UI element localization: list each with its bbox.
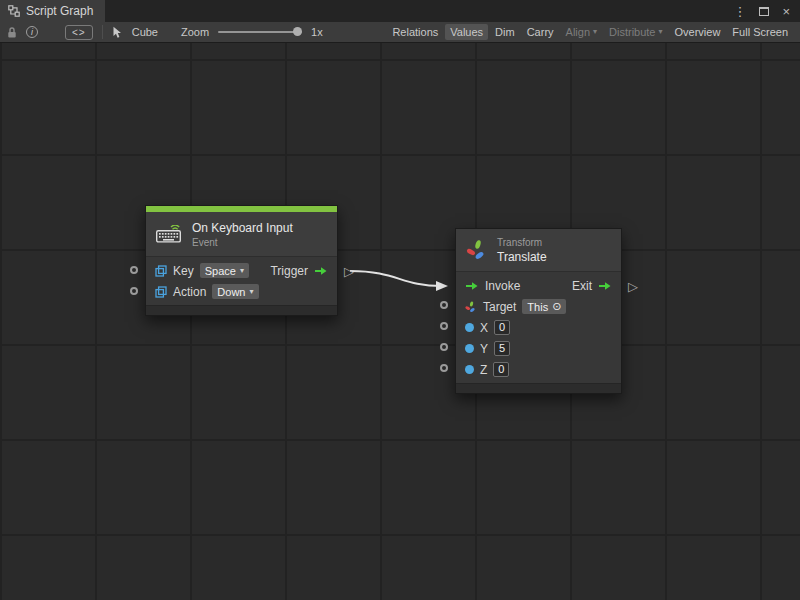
z-input-field[interactable]: 0 — [493, 362, 509, 377]
node-category: Transform — [497, 237, 547, 248]
window-controls: ⋮ × — [733, 0, 800, 22]
chevron-down-icon: ▾ — [240, 267, 244, 275]
tab-script-graph[interactable]: Script Graph — [0, 0, 105, 22]
zoom-slider-handle[interactable] — [293, 27, 302, 36]
align-button-label: Align — [566, 26, 590, 38]
key-label: Key — [173, 264, 194, 278]
dim-button[interactable]: Dim — [490, 24, 520, 40]
node-header[interactable]: Transform Translate — [456, 229, 621, 272]
y-row: Y 5 — [456, 338, 621, 359]
carry-button-label: Carry — [527, 26, 554, 38]
values-button-label: Values — [450, 26, 483, 38]
script-graph-window: Script Graph ⋮ × i <> Cube Zoom 1x Relat… — [0, 0, 800, 600]
action-input-port[interactable] — [130, 287, 138, 295]
exit-label: Exit — [572, 279, 592, 293]
zoom-label: Zoom — [181, 26, 209, 38]
info-icon[interactable]: i — [26, 26, 38, 38]
overview-button[interactable]: Overview — [670, 24, 726, 40]
full-screen-button-label: Full Screen — [732, 26, 788, 38]
chevron-down-icon: ▾ — [593, 28, 597, 36]
values-button[interactable]: Values — [445, 24, 488, 40]
full-screen-button[interactable]: Full Screen — [727, 24, 793, 40]
connection-wire[interactable] — [0, 43, 800, 600]
keyboard-event-icon — [156, 225, 183, 243]
overview-button-label: Overview — [675, 26, 721, 38]
zoom-slider[interactable] — [218, 31, 302, 33]
target-label: Target — [483, 300, 516, 314]
x-label: X — [480, 321, 488, 335]
y-label: Y — [480, 342, 488, 356]
kebab-menu-icon[interactable]: ⋮ — [733, 5, 746, 18]
target-input-port[interactable] — [440, 301, 448, 309]
zoom-value: 1x — [311, 26, 323, 38]
trigger-output-port[interactable]: ▷ — [344, 265, 354, 278]
align-button[interactable]: Align ▾ — [561, 24, 602, 40]
z-row: Z 0 — [456, 359, 621, 380]
action-row: Action Down ▾ — [146, 281, 337, 302]
node-body: Key Space ▾ Trigger — [146, 257, 337, 305]
node-header-text: Transform Translate — [497, 237, 547, 264]
flow-arrow-icon[interactable] — [465, 281, 479, 291]
value-port-dot — [465, 365, 474, 374]
node-body: Invoke Exit Target — [456, 272, 621, 383]
transform-icon — [466, 239, 488, 261]
transform-mini-icon — [465, 301, 477, 313]
node-subtitle: Event — [192, 237, 293, 248]
target-object-value: This — [527, 301, 548, 313]
script-graph-icon — [8, 5, 20, 17]
x-input-port[interactable] — [440, 322, 448, 330]
x-row: X 0 — [456, 317, 621, 338]
member-icon — [155, 286, 167, 298]
flow-arrow-icon[interactable] — [598, 281, 612, 291]
action-label: Action — [173, 285, 206, 299]
tab-title: Script Graph — [26, 4, 93, 18]
z-label: Z — [480, 363, 487, 377]
distribute-button-label: Distribute — [609, 26, 655, 38]
maximize-icon[interactable] — [759, 7, 769, 16]
pointer-icon — [112, 26, 123, 39]
node-transform-translate[interactable]: Transform Translate Invoke Exit — [455, 228, 622, 394]
target-object-label[interactable]: Cube — [132, 26, 158, 38]
toolbar-divider — [102, 25, 103, 39]
object-picker-icon[interactable]: ⊙ — [552, 300, 561, 313]
node-title: Translate — [497, 250, 547, 264]
trigger-label: Trigger — [270, 264, 308, 278]
node-footer — [146, 305, 337, 315]
distribute-button[interactable]: Distribute ▾ — [604, 24, 667, 40]
graph-canvas[interactable]: On Keyboard Input Event Key Space ▾ — [0, 43, 800, 600]
relations-button-label: Relations — [392, 26, 438, 38]
node-title: On Keyboard Input — [192, 221, 293, 235]
invoke-label: Invoke — [485, 279, 520, 293]
target-object-field[interactable]: This ⊙ — [522, 299, 566, 314]
toolbar-button-group: Relations Values Dim Carry Align ▾ Distr… — [387, 24, 793, 40]
carry-button[interactable]: Carry — [522, 24, 559, 40]
lock-icon[interactable] — [7, 26, 17, 39]
key-row: Key Space ▾ Trigger — [146, 260, 337, 281]
flow-arrow-icon[interactable] — [314, 266, 328, 276]
key-dropdown-value: Space — [205, 265, 236, 277]
node-footer — [456, 383, 621, 393]
node-header[interactable]: On Keyboard Input Event — [146, 212, 337, 257]
exit-output-port[interactable]: ▷ — [628, 280, 638, 293]
target-row: Target This ⊙ — [456, 296, 621, 317]
invoke-exit-row: Invoke Exit — [456, 275, 621, 296]
graph-toolbar: i <> Cube Zoom 1x Relations Values Dim C… — [0, 22, 800, 43]
node-on-keyboard-input[interactable]: On Keyboard Input Event Key Space ▾ — [145, 205, 338, 316]
action-dropdown[interactable]: Down ▾ — [212, 284, 258, 299]
z-input-port[interactable] — [440, 364, 448, 372]
y-input-port[interactable] — [440, 343, 448, 351]
value-port-dot — [465, 344, 474, 353]
x-input-field[interactable]: 0 — [494, 320, 510, 335]
node-header-text: On Keyboard Input Event — [192, 221, 293, 248]
key-dropdown[interactable]: Space ▾ — [200, 263, 249, 278]
edit-source-button[interactable]: <> — [65, 25, 93, 40]
chevron-down-icon: ▾ — [249, 288, 253, 296]
relations-button[interactable]: Relations — [387, 24, 443, 40]
y-input-field[interactable]: 5 — [494, 341, 510, 356]
key-input-port[interactable] — [130, 266, 138, 274]
close-icon[interactable]: × — [782, 5, 790, 18]
dim-button-label: Dim — [495, 26, 515, 38]
member-icon — [155, 265, 167, 277]
chevron-down-icon: ▾ — [659, 28, 663, 36]
value-port-dot — [465, 323, 474, 332]
